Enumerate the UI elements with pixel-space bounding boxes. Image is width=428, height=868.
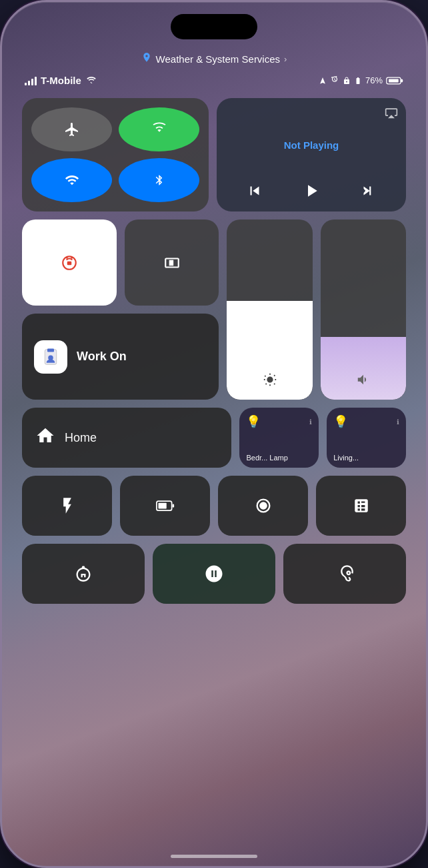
dynamic-island xyxy=(171,14,257,39)
row-3: Home 💡 ℹ Bedr... Lamp 💡 ℹ xyxy=(22,408,406,468)
lamp-top-2: 💡 ℹ xyxy=(333,414,399,429)
svg-rect-6 xyxy=(47,348,54,352)
shazam-button[interactable] xyxy=(153,544,275,604)
fast-forward-button[interactable] xyxy=(359,182,377,203)
bedroom-lamp-label: Bedr... Lamp xyxy=(246,454,287,462)
home-tile[interactable]: Home xyxy=(22,408,231,468)
svg-rect-9 xyxy=(158,503,166,509)
cellular-button[interactable] xyxy=(119,107,199,151)
rewind-button[interactable] xyxy=(246,182,263,203)
work-on-tile[interactable]: Work On xyxy=(22,314,219,400)
home-icon xyxy=(35,426,55,450)
signal-bars-icon xyxy=(25,76,37,85)
flashlight-button[interactable] xyxy=(22,476,112,536)
lamp-top-1: 💡 ℹ xyxy=(246,414,312,429)
phone-frame: Weather & System Services › T-Mobile xyxy=(0,0,428,868)
brightness-slider[interactable] xyxy=(227,220,312,400)
left-col: Work On xyxy=(22,220,219,400)
sliders-container xyxy=(227,220,406,400)
screen-mirror-button[interactable] xyxy=(125,220,219,306)
connectivity-tile[interactable] xyxy=(22,98,209,211)
lock-icon xyxy=(343,77,351,85)
signal-bar-4 xyxy=(35,77,37,85)
play-button[interactable] xyxy=(301,181,321,205)
orientation-lock-button[interactable] xyxy=(22,220,117,306)
home-label: Home xyxy=(65,431,97,445)
lamp-info-1: ℹ xyxy=(309,418,312,426)
home-indicator[interactable] xyxy=(171,855,257,858)
bedroom-lamp-tile[interactable]: 💡 ℹ Bedr... Lamp xyxy=(239,408,319,468)
battery-percentage: 76% xyxy=(365,75,383,85)
battery-icon xyxy=(386,76,403,85)
row-1: Not Playing xyxy=(22,98,406,211)
brightness-icon xyxy=(263,372,277,390)
svg-point-12 xyxy=(259,502,267,510)
alarm-icon xyxy=(330,76,339,85)
signal-bar-3 xyxy=(31,79,33,85)
hearing-button[interactable] xyxy=(283,544,406,604)
top-buttons xyxy=(22,220,219,306)
lamp-info-2: ℹ xyxy=(397,418,399,426)
charging-icon xyxy=(354,76,362,85)
calculator-button[interactable] xyxy=(316,476,406,536)
right-col xyxy=(227,220,406,400)
living-lamp-label: Living... xyxy=(333,454,359,462)
location-icon xyxy=(141,52,152,65)
airplane-mode-button[interactable] xyxy=(31,107,112,151)
media-title-label: Not Playing xyxy=(227,113,395,177)
bluetooth-button[interactable] xyxy=(119,158,199,202)
svg-rect-10 xyxy=(172,504,174,507)
location-bar[interactable]: Weather & System Services › xyxy=(22,52,406,65)
lamp-tiles: 💡 ℹ Bedr... Lamp 💡 ℹ Living... xyxy=(239,408,406,468)
media-tile[interactable]: Not Playing xyxy=(217,98,406,211)
media-controls xyxy=(227,177,395,205)
screen: Weather & System Services › T-Mobile xyxy=(2,2,426,866)
row-2: Work On xyxy=(22,220,406,400)
lamp-bulb-icon-2: 💡 xyxy=(333,414,348,429)
svg-rect-1 xyxy=(389,79,399,82)
volume-icon xyxy=(356,372,371,390)
status-right: 76% xyxy=(319,75,403,85)
living-lamp-tile[interactable]: 💡 ℹ Living... xyxy=(327,408,406,468)
lamp-bulb-icon-1: 💡 xyxy=(246,414,261,429)
gps-icon xyxy=(319,77,327,85)
battery-button[interactable] xyxy=(120,476,210,536)
work-icon xyxy=(34,340,67,374)
signal-bar-2 xyxy=(28,81,30,85)
accessibility-button[interactable] xyxy=(22,544,145,604)
status-bar: T-Mobile 76% xyxy=(22,75,406,86)
volume-slider[interactable] xyxy=(321,220,406,400)
wifi-status-icon xyxy=(85,75,97,86)
row-4 xyxy=(22,476,406,536)
location-chevron-icon: › xyxy=(284,54,287,64)
carrier-name: T-Mobile xyxy=(41,75,81,86)
row-5 xyxy=(22,544,406,604)
airplay-icon[interactable] xyxy=(385,106,398,123)
screen-record-button[interactable] xyxy=(218,476,308,536)
wifi-button[interactable] xyxy=(31,158,112,202)
svg-rect-4 xyxy=(67,261,72,264)
control-center-grid: Not Playing xyxy=(22,98,406,846)
status-left: T-Mobile xyxy=(25,75,97,86)
location-label: Weather & System Services xyxy=(156,53,280,65)
signal-bar-1 xyxy=(25,83,27,85)
svg-rect-2 xyxy=(401,79,403,82)
work-on-label: Work On xyxy=(77,349,127,364)
